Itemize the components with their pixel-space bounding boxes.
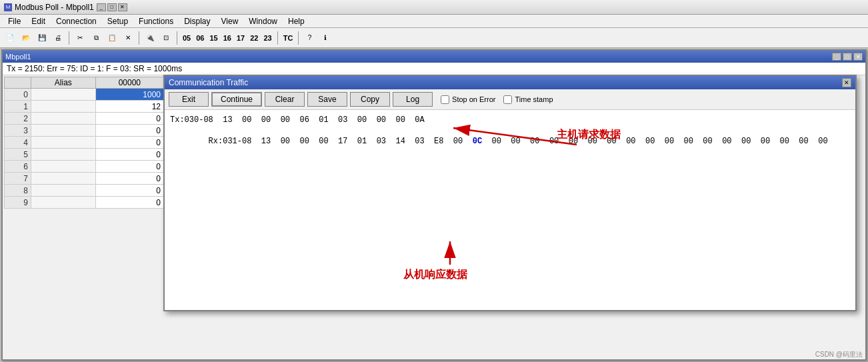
stop-on-error-label: Stop on Error <box>452 95 495 103</box>
data-table: Alias 00000 010001122030405060708090 <box>4 77 164 209</box>
col-alias: Alias <box>31 77 96 89</box>
mdi-minimize-button[interactable]: _ <box>832 53 841 61</box>
save-button[interactable]: 💾 <box>35 31 49 45</box>
row-alias <box>31 125 96 137</box>
app-title: Modbus Poll - Mbpoll1 <box>15 3 94 12</box>
toolbar-separator-2 <box>139 31 139 45</box>
toolbar-separator-1 <box>69 31 69 45</box>
table-row: 60 <box>5 161 164 173</box>
fc-16-label[interactable]: 16 <box>221 34 233 42</box>
table-row: 30 <box>5 125 164 137</box>
comm-traffic-dialog: Communication Traffic ✕ Exit Continue Cl… <box>163 75 857 311</box>
close-button[interactable]: ✕ <box>118 3 127 11</box>
stop-on-error-group: Stop on Error <box>441 95 495 104</box>
row-value[interactable]: 0 <box>95 161 163 173</box>
row-alias <box>31 161 96 173</box>
row-number: 5 <box>5 149 31 161</box>
table-row: 20 <box>5 113 164 125</box>
fc-23-label[interactable]: 23 <box>262 34 274 42</box>
col-address: 00000 <box>95 77 163 89</box>
continue-button[interactable]: Continue <box>211 92 262 107</box>
menu-window[interactable]: Window <box>243 15 283 27</box>
mdi-restore-button[interactable]: □ <box>843 53 852 61</box>
menu-setup[interactable]: Setup <box>102 15 133 27</box>
dialog-title-bar: Communication Traffic ✕ <box>165 76 855 89</box>
title-bar: M Modbus Poll - Mbpoll1 _ □ ✕ <box>0 0 868 15</box>
connect-button[interactable]: 🔌 <box>143 31 157 45</box>
row-value[interactable]: 12 <box>95 101 163 113</box>
clear-button[interactable]: Clear <box>265 92 305 107</box>
rx-suffix: 00 00 00 00 00 00 00 00 00 00 00 00 00 0… <box>482 137 827 146</box>
mdi-controls: _ □ ✕ <box>832 53 863 61</box>
menu-view[interactable]: View <box>216 15 244 27</box>
rx-highlight-value: 0C <box>473 137 482 146</box>
table-row: 40 <box>5 137 164 149</box>
row-alias <box>31 185 96 197</box>
log-button[interactable]: Log <box>393 92 433 107</box>
row-number: 3 <box>5 125 31 137</box>
main-area: Mbpoll1 _ □ ✕ Tx = 2150: Err = 75: ID = … <box>0 48 868 362</box>
menu-edit[interactable]: Edit <box>26 15 51 27</box>
fc-06-label[interactable]: 06 <box>194 34 206 42</box>
menu-file[interactable]: File <box>3 15 26 27</box>
maximize-button[interactable]: □ <box>107 3 117 11</box>
row-value[interactable]: 0 <box>95 113 163 125</box>
row-value[interactable]: 0 <box>95 137 163 149</box>
table-row: 80 <box>5 185 164 197</box>
row-alias <box>31 89 96 101</box>
minimize-button[interactable]: _ <box>97 3 106 11</box>
mdi-close-button[interactable]: ✕ <box>853 53 863 61</box>
tc-label[interactable]: TC <box>281 34 295 42</box>
print-button[interactable]: 🖨 <box>51 31 65 45</box>
time-stamp-label: Time stamp <box>515 95 553 103</box>
copy-traffic-button[interactable]: Copy <box>350 92 390 107</box>
menu-help[interactable]: Help <box>283 15 310 27</box>
row-number: 6 <box>5 161 31 173</box>
stop-on-error-checkbox[interactable] <box>441 95 449 104</box>
row-alias <box>31 113 96 125</box>
disconnect-button[interactable]: ⊡ <box>159 31 173 45</box>
col-rownum <box>5 77 31 89</box>
row-value[interactable]: 0 <box>95 197 163 209</box>
row-value[interactable]: 0 <box>95 173 163 185</box>
copy-button[interactable]: ⧉ <box>89 31 103 45</box>
toolbar-separator-3 <box>177 31 177 45</box>
exit-button[interactable]: Exit <box>169 92 209 107</box>
fc-22-label[interactable]: 22 <box>248 34 260 42</box>
dialog-title: Communication Traffic <box>169 78 248 87</box>
row-value[interactable]: 0 <box>95 185 163 197</box>
save-traffic-button[interactable]: Save <box>307 92 347 107</box>
help-button[interactable]: ? <box>302 31 317 45</box>
row-number: 2 <box>5 113 31 125</box>
fc-15-label[interactable]: 15 <box>208 34 220 42</box>
about-button[interactable]: ℹ <box>318 31 333 45</box>
row-value[interactable]: 0 <box>95 125 163 137</box>
menu-connection[interactable]: Connection <box>51 15 102 27</box>
fc-05-label[interactable]: 05 <box>181 34 193 42</box>
fc-17-label[interactable]: 17 <box>235 34 247 42</box>
menu-bar: File Edit Connection Setup Functions Dis… <box>0 15 868 28</box>
menu-functions[interactable]: Functions <box>133 15 179 27</box>
dialog-empty-area <box>165 163 855 310</box>
mdi-title-bar: Mbpoll1 _ □ ✕ <box>3 51 865 63</box>
rx-traffic-line: Rx:031-08 13 00 00 00 17 01 03 14 03 E8 … <box>170 127 850 155</box>
new-button[interactable]: 📄 <box>3 31 17 45</box>
cut-button[interactable]: ✂ <box>73 31 87 45</box>
open-button[interactable]: 📂 <box>19 31 33 45</box>
status-line: Tx = 2150: Err = 75: ID = 1: F = 03: SR … <box>3 63 865 75</box>
row-alias <box>31 101 96 113</box>
dialog-toolbar: Exit Continue Clear Save Copy Log Stop o… <box>165 89 855 110</box>
table-row: 112 <box>5 101 164 113</box>
table-row: 70 <box>5 173 164 185</box>
row-value[interactable]: 1000 <box>95 89 163 101</box>
paste-button[interactable]: 📋 <box>105 31 119 45</box>
row-number: 4 <box>5 137 31 149</box>
delete-button[interactable]: ✕ <box>121 31 135 45</box>
time-stamp-checkbox[interactable] <box>503 95 512 104</box>
rx-prefix: Rx:031-08 13 00 00 00 17 01 03 14 03 E8 … <box>209 137 473 146</box>
toolbar-separator-4 <box>277 31 278 45</box>
app-icon: M <box>4 3 12 11</box>
row-value[interactable]: 0 <box>95 149 163 161</box>
dialog-close-button[interactable]: ✕ <box>842 78 851 87</box>
menu-display[interactable]: Display <box>179 15 215 27</box>
